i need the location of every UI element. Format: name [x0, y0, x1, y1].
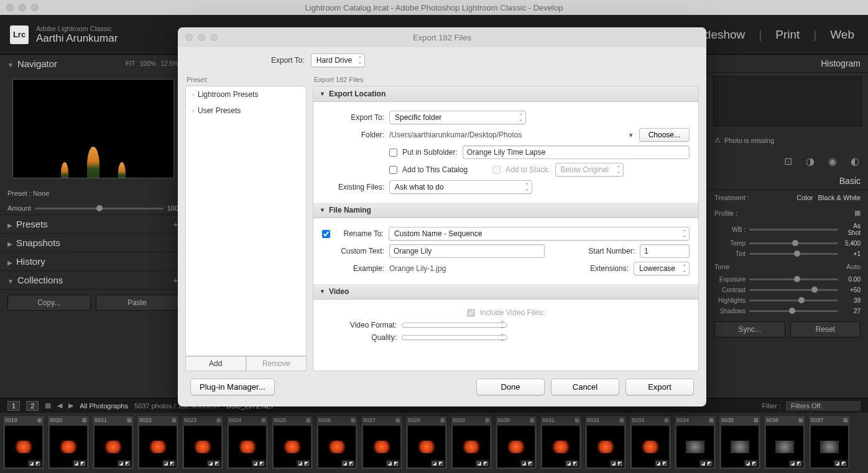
disclosure-icon: ▼ [320, 91, 325, 97]
amount-label: Amount [7, 204, 31, 212]
treatment-bw[interactable]: Black & White [818, 194, 861, 201]
treatment-color[interactable]: Color [796, 194, 813, 201]
second-monitor-2[interactable]: 2 [26, 401, 39, 411]
filmstrip-thumb[interactable]: 5037⊞◪ ◩ [808, 415, 851, 470]
filmstrip-thumb[interactable]: 5032⊞◪ ◩ [584, 415, 627, 470]
put-in-subfolder-check[interactable] [389, 149, 397, 157]
extensions-select[interactable]: Lowercase [634, 262, 690, 275]
snapshots-panel[interactable]: Snapshots [16, 237, 60, 248]
dialog-close-icon[interactable] [185, 34, 193, 41]
nav-fit[interactable]: FIT [126, 60, 135, 67]
app-logo: Lrc [10, 25, 29, 44]
nav-125[interactable]: 12.5% [161, 60, 178, 67]
source-label[interactable]: All Photographs [80, 402, 128, 410]
collections-panel[interactable]: Collections [17, 275, 63, 285]
section-file-naming[interactable]: ▼File Naming [313, 203, 698, 218]
close-icon[interactable] [6, 4, 14, 11]
nav-100[interactable]: 100% [140, 60, 156, 67]
auto-button[interactable]: Auto [846, 263, 861, 270]
existing-files-select[interactable]: Ask what to do [389, 180, 532, 194]
minimize-icon[interactable] [19, 4, 26, 11]
plugin-manager-button[interactable]: Plug-in Manager... [190, 379, 275, 395]
window-title: Lightroom Catalog.lrcat - Adobe Photosho… [305, 3, 563, 12]
highlights-slider[interactable] [749, 300, 838, 301]
disclosure-icon[interactable]: ▼ [7, 62, 14, 68]
contrast-slider[interactable] [749, 289, 838, 291]
filter-select[interactable]: Filters Off [786, 401, 861, 411]
filmstrip[interactable]: 5019⊞◪ ◩5020⊞◪ ◩5021⊞◪ ◩5022⊞◪ ◩5023⊞◪ ◩… [0, 413, 868, 473]
temp-slider[interactable] [749, 242, 838, 244]
cancel-button[interactable]: Cancel [551, 379, 619, 395]
filmstrip-thumb[interactable]: 5029⊞◪ ◩ [450, 415, 492, 470]
custom-text-input[interactable] [389, 244, 545, 258]
export-button[interactable]: Export [626, 379, 694, 395]
tint-slider[interactable] [749, 253, 838, 255]
copy-button[interactable]: Copy... [7, 295, 91, 311]
exposure-slider[interactable] [749, 278, 838, 280]
preset-folder-lightroom[interactable]: ›Lightroom Presets [186, 86, 306, 103]
filmstrip-thumb[interactable]: 5024⊞◪ ◩ [226, 415, 269, 470]
right-panel: Histogram ⚠Photo is missing ⊡ ◑ ◉ ◐ Basi… [706, 55, 868, 398]
crop-icon[interactable]: ⊡ [784, 155, 792, 167]
subfolder-input[interactable] [463, 145, 690, 159]
filmstrip-thumb[interactable]: 5035⊞◪ ◩ [719, 415, 761, 470]
redeye-icon[interactable]: ◉ [828, 155, 837, 167]
navigator-title: Navigator [17, 58, 57, 69]
spot-icon[interactable]: ◑ [806, 155, 815, 167]
export-to-select[interactable]: Hard Drive [311, 53, 365, 67]
location-export-to-select[interactable]: Specific folder [389, 111, 526, 124]
rename-template-select[interactable]: Custom Name - Sequence [389, 227, 690, 241]
zoom-icon[interactable] [31, 4, 39, 11]
filmstrip-thumb[interactable]: 5020⊞◪ ◩ [47, 415, 90, 470]
settings-header: Export 182 Files [313, 73, 699, 86]
filmstrip-thumb[interactable]: 5022⊞◪ ◩ [137, 415, 179, 470]
module-print[interactable]: Print [772, 28, 803, 42]
filmstrip-thumb[interactable]: 5021⊞◪ ◩ [92, 415, 134, 470]
prev-icon[interactable]: ◀ [57, 402, 62, 410]
grid-icon[interactable]: ▦ [854, 209, 861, 217]
filmstrip-thumb[interactable]: 5019⊞◪ ◩ [2, 415, 45, 470]
rename-to-check[interactable] [322, 230, 330, 238]
section-video[interactable]: ▼Video [313, 284, 698, 300]
basic-title[interactable]: Basic [839, 176, 861, 186]
done-button[interactable]: Done [476, 379, 545, 395]
filmstrip-thumb[interactable]: 5028⊞◪ ◩ [405, 415, 448, 470]
next-icon[interactable]: ▶ [68, 402, 73, 410]
filmstrip-thumb[interactable]: 5025⊞◪ ◩ [271, 415, 313, 470]
preset-add-button[interactable]: Add [185, 356, 246, 371]
sync-button[interactable]: Sync... [714, 321, 785, 338]
wb-select[interactable]: As Shot [842, 223, 861, 236]
preset-folder-user[interactable]: ›User Presets [186, 103, 306, 119]
choose-folder-button[interactable]: Choose... [639, 128, 690, 142]
filmstrip-thumb[interactable]: 5027⊞◪ ◩ [361, 415, 403, 470]
filmstrip-thumb[interactable]: 5031⊞◪ ◩ [540, 415, 582, 470]
chevron-down-icon[interactable]: ▼ [628, 132, 634, 139]
filmstrip-thumb[interactable]: 5036⊞◪ ◩ [764, 415, 806, 470]
navigator-preview[interactable] [12, 79, 174, 178]
preset-list[interactable]: ›Lightroom Presets ›User Presets [185, 86, 307, 356]
dialog-minimize-icon[interactable] [198, 34, 205, 41]
filmstrip-thumb[interactable]: 5026⊞◪ ◩ [316, 415, 358, 470]
dialog-zoom-icon[interactable] [210, 34, 218, 41]
paste-button[interactable]: Paste [96, 295, 179, 311]
photo-missing-label: Photo is missing [724, 137, 774, 144]
filmstrip-thumb[interactable]: 5030⊞◪ ◩ [495, 415, 537, 470]
add-to-stack-check [492, 166, 501, 174]
grid-icon[interactable]: ▦ [45, 402, 51, 410]
second-monitor-1[interactable]: 1 [7, 401, 20, 411]
add-to-catalog-check[interactable] [389, 166, 397, 174]
filmstrip-thumb[interactable]: 5033⊞◪ ◩ [629, 415, 672, 470]
presets-panel[interactable]: Presets [16, 219, 48, 229]
history-panel[interactable]: History [16, 256, 45, 267]
reset-button[interactable]: Reset [790, 321, 861, 338]
preset-remove-button[interactable]: Remove [246, 356, 307, 371]
filmstrip-thumb[interactable]: 5023⊞◪ ◩ [182, 415, 224, 470]
mask-icon[interactable]: ◐ [851, 155, 859, 167]
amount-slider[interactable] [35, 208, 164, 209]
module-web[interactable]: Web [826, 28, 858, 42]
section-export-location[interactable]: ▼Export Location [313, 86, 698, 102]
left-panel: ▼Navigator FIT 100% 12.5% Preset : None … [0, 55, 187, 398]
start-number-input[interactable] [640, 244, 690, 258]
filmstrip-thumb[interactable]: 5034⊞◪ ◩ [674, 415, 716, 470]
shadows-slider[interactable] [749, 310, 838, 312]
